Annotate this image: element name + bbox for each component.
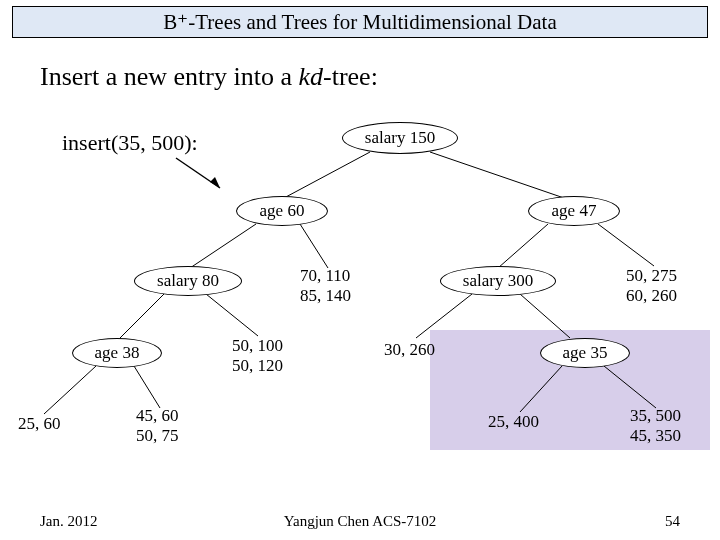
leaf-30-260: 30, 260 (384, 340, 435, 360)
svg-line-8 (120, 294, 164, 338)
svg-line-2 (284, 152, 370, 198)
leaf-70-110: 70, 110 85, 140 (300, 266, 351, 305)
svg-line-5 (300, 224, 328, 268)
svg-line-13 (134, 366, 160, 408)
svg-line-12 (44, 366, 96, 414)
svg-line-3 (430, 152, 564, 198)
node-age-35: age 35 (540, 338, 630, 368)
node-age-47: age 47 (528, 196, 620, 226)
insert-call: insert(35, 500): (62, 130, 198, 156)
node-salary-300: salary 300 (440, 266, 556, 296)
heading-prefix: Insert a new entry into a (40, 62, 298, 91)
svg-line-4 (190, 224, 256, 268)
svg-line-6 (498, 224, 548, 268)
heading-kd: kd (298, 62, 323, 91)
footer-author: Yangjun Chen ACS-7102 (0, 513, 720, 530)
slide-title: B⁺-Trees and Trees for Multidimensional … (12, 6, 708, 38)
node-age-38: age 38 (72, 338, 162, 368)
leaf-45-60: 45, 60 50, 75 (136, 406, 179, 445)
slide-root: B⁺-Trees and Trees for Multidimensional … (0, 0, 720, 540)
heading-suffix: -tree: (323, 62, 378, 91)
leaf-25-60: 25, 60 (18, 414, 61, 434)
footer-page: 54 (665, 513, 680, 530)
node-salary-150: salary 150 (342, 122, 458, 154)
svg-line-7 (598, 224, 654, 266)
svg-line-0 (176, 158, 220, 188)
svg-marker-1 (210, 177, 220, 188)
node-salary-80: salary 80 (134, 266, 242, 296)
leaf-50-100: 50, 100 50, 120 (232, 336, 283, 375)
slide-heading: Insert a new entry into a kd-tree: (40, 62, 378, 92)
svg-line-9 (206, 294, 258, 336)
leaf-50-275: 50, 275 60, 260 (626, 266, 677, 305)
node-age-60: age 60 (236, 196, 328, 226)
leaf-35-500: 35, 500 45, 350 (630, 406, 681, 445)
leaf-25-400: 25, 400 (488, 412, 539, 432)
